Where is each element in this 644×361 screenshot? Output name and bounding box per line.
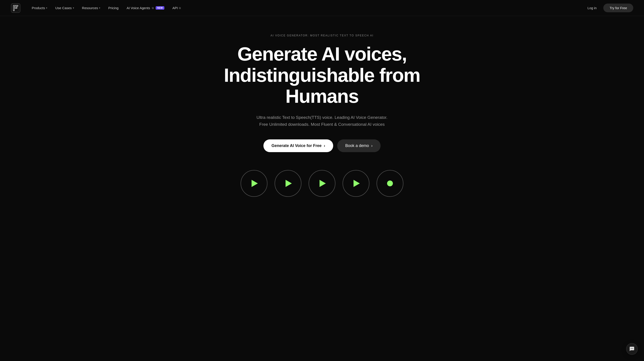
hero-subtitle: Ultra realistic Text to Speech(TTS) voic…: [256, 114, 388, 128]
nav-pricing-label: Pricing: [108, 6, 118, 10]
audio-player-4[interactable]: [342, 170, 370, 197]
play-icon-1: [252, 180, 258, 187]
ai-agents-external-icon: ⧉: [152, 6, 154, 9]
audio-players-row: [232, 170, 412, 197]
try-free-button[interactable]: Try for Free: [603, 3, 633, 12]
hero-title: Generate AI voices, Indistinguishable fr…: [224, 43, 420, 107]
nav-item-products[interactable]: Products ▾: [28, 4, 50, 11]
hero-subtitle-line2: Free Unlimited downloads. Most Fluent & …: [260, 122, 385, 127]
book-demo-arrow-icon: ›: [371, 143, 372, 148]
svg-point-4: [632, 348, 632, 349]
logo-icon: [11, 3, 20, 13]
logo[interactable]: [11, 3, 20, 13]
audio-player-1[interactable]: [240, 170, 268, 197]
nav-item-api[interactable]: API ⧉: [169, 4, 184, 11]
nav-use-cases-label: Use Cases: [55, 6, 72, 10]
use-cases-chevron-icon: ▾: [73, 7, 74, 9]
login-button[interactable]: Log in: [584, 4, 600, 11]
book-demo-label: Book a demo: [345, 143, 369, 148]
navbar-left: Products ▾ Use Cases ▾ Resources ▾ Prici…: [11, 3, 184, 13]
resources-chevron-icon: ▾: [99, 7, 100, 9]
generate-voice-label: Generate AI Voice for Free: [272, 143, 322, 148]
hero-title-line3: Humans: [285, 85, 358, 107]
audio-player-3[interactable]: [308, 170, 336, 197]
nav-item-ai-voice-agents[interactable]: AI Voice Agents ⧉ NEW: [124, 4, 168, 11]
navbar: Products ▾ Use Cases ▾ Resources ▾ Prici…: [0, 0, 644, 16]
audio-player-5[interactable]: [376, 170, 404, 197]
play-icon-3: [320, 180, 326, 187]
play-icon-2: [286, 180, 292, 187]
hero-section: AI VOICE GENERATOR: MOST REALISTIC TEXT …: [0, 16, 644, 210]
generate-voice-arrow-icon: ›: [324, 143, 325, 148]
products-chevron-icon: ▾: [46, 7, 47, 9]
hero-title-line2: Indistinguishable from: [224, 64, 420, 86]
nav-resources-label: Resources: [82, 6, 98, 10]
nav-api-label: API: [172, 6, 178, 10]
nav-products-label: Products: [32, 6, 45, 10]
generate-voice-button[interactable]: Generate AI Voice for Free ›: [264, 139, 333, 152]
hero-buttons: Generate AI Voice for Free › Book a demo…: [264, 139, 380, 152]
hero-eyebrow: AI VOICE GENERATOR: MOST REALISTIC TEXT …: [270, 34, 374, 37]
hero-title-line1: Generate AI voices,: [237, 43, 406, 64]
nav-item-resources[interactable]: Resources ▾: [79, 4, 104, 11]
play-icon-4: [354, 180, 360, 187]
dot-icon-5: [387, 180, 393, 186]
chat-widget[interactable]: [626, 343, 638, 355]
svg-point-5: [632, 348, 633, 349]
svg-point-3: [631, 348, 631, 349]
nav-links: Products ▾ Use Cases ▾ Resources ▾ Prici…: [28, 4, 184, 11]
nav-item-pricing[interactable]: Pricing: [105, 4, 122, 11]
audio-player-2[interactable]: [274, 170, 302, 197]
book-demo-button[interactable]: Book a demo ›: [337, 139, 380, 152]
hero-subtitle-line1: Ultra realistic Text to Speech(TTS) voic…: [256, 115, 388, 120]
api-external-icon: ⧉: [179, 6, 181, 9]
new-badge: NEW: [156, 6, 164, 9]
chat-bubble-icon: [629, 346, 634, 352]
navbar-right: Log in Try for Free: [584, 3, 633, 12]
nav-ai-agents-label: AI Voice Agents: [126, 6, 150, 10]
nav-item-use-cases[interactable]: Use Cases ▾: [52, 4, 77, 11]
svg-rect-0: [11, 3, 20, 13]
